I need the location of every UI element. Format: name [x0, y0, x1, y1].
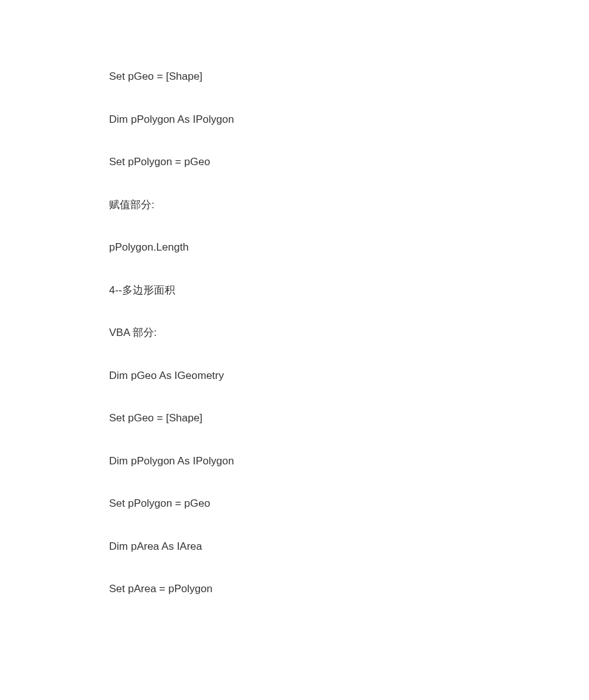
code-line: Dim pGeo As IGeometry: [109, 368, 589, 384]
code-line: 4--多边形面积: [109, 282, 589, 299]
code-line: Set pGeo = [Shape]: [109, 69, 589, 85]
code-line: Dim pArea As IArea: [109, 539, 589, 555]
code-line: 赋值部分:: [109, 197, 589, 213]
code-line: Dim pPolygon As IPolygon: [109, 453, 589, 469]
code-line: Dim pPolygon As IPolygon: [109, 112, 589, 128]
code-line: Set pPolygon = pGeo: [109, 154, 589, 170]
code-line: Set pArea = pPolygon: [109, 581, 589, 597]
code-line: Set pPolygon = pGeo: [109, 496, 589, 512]
code-line: pPolygon.Length: [109, 239, 589, 256]
code-line: VBA 部分:: [109, 325, 589, 341]
code-line: Set pGeo = [Shape]: [109, 410, 589, 426]
